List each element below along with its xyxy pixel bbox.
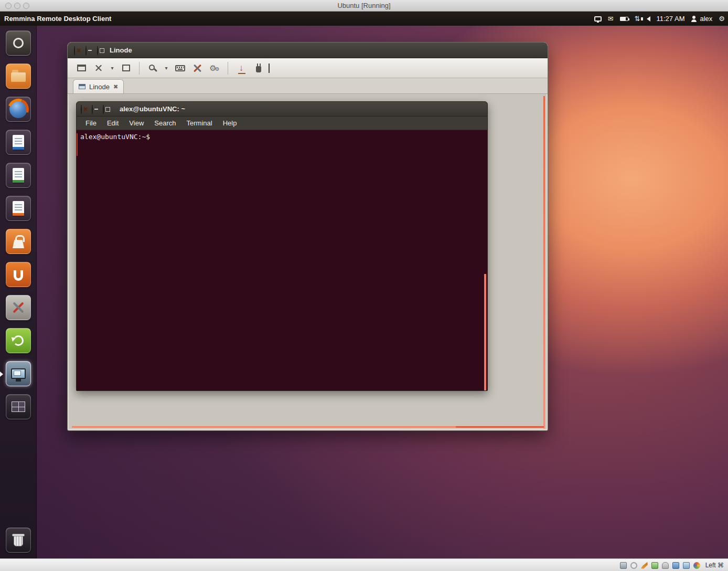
remmina-close-button[interactable] bbox=[74, 46, 75, 56]
artifact-line-terminal-left bbox=[77, 133, 78, 156]
workspace-switcher-icon bbox=[12, 401, 25, 412]
hdd-status-icon[interactable] bbox=[620, 562, 627, 569]
running-app-arrow-indicator bbox=[0, 372, 3, 377]
gears-icon: ⚙⚙ bbox=[209, 64, 219, 72]
remote-desktop-viewport[interactable]: alex@ubuntuVNC: ~ File Edit View Search … bbox=[69, 94, 547, 429]
scaled-mode-dropdown[interactable]: ▾ bbox=[109, 61, 116, 76]
launcher-item-ubuntu-one[interactable] bbox=[6, 262, 31, 287]
launcher-item-firefox[interactable] bbox=[6, 97, 31, 122]
artifact-line-remote-right bbox=[543, 96, 545, 429]
remmina-toolbar: ▾ ▾ ⚙⚙ ↓ bbox=[68, 58, 548, 78]
network-traffic-indicator-icon[interactable]: ⇅ bbox=[635, 15, 640, 23]
duplicate-connection-button[interactable] bbox=[119, 61, 133, 76]
remmina-minimize-button[interactable] bbox=[85, 46, 87, 56]
mail-indicator-icon[interactable]: ✉ bbox=[608, 15, 614, 23]
user-icon bbox=[691, 16, 697, 22]
terminal-titlebar[interactable]: alex@ubuntuVNC: ~ bbox=[77, 102, 487, 117]
system-settings-tools-icon bbox=[10, 300, 26, 315]
fullscreen-button[interactable] bbox=[74, 61, 89, 76]
terminal-menubar: File Edit View Search Terminal Help bbox=[77, 117, 487, 130]
launcher-item-libreoffice-impress[interactable] bbox=[6, 196, 31, 221]
launcher-item-software-center[interactable] bbox=[6, 229, 31, 254]
ubuntu-one-icon bbox=[14, 270, 23, 281]
disconnect-button[interactable] bbox=[251, 61, 266, 76]
menu-file[interactable]: File bbox=[81, 118, 101, 129]
launcher-item-dash-home[interactable] bbox=[6, 30, 31, 56]
launcher-item-system-settings[interactable] bbox=[6, 295, 31, 320]
artifact-line-remote-bottom-dark bbox=[456, 426, 544, 428]
launcher-item-libreoffice-writer[interactable] bbox=[6, 130, 31, 155]
keyboard-grab-button[interactable] bbox=[173, 61, 187, 76]
text-cursor bbox=[269, 64, 270, 73]
firefox-icon bbox=[9, 100, 27, 118]
toolbar-separator bbox=[228, 62, 228, 75]
tab-close-icon[interactable]: ✖ bbox=[113, 84, 118, 90]
trash-icon bbox=[14, 536, 23, 546]
menu-help[interactable]: Help bbox=[218, 118, 242, 129]
session-gear-indicator-icon[interactable]: ⚙ bbox=[719, 15, 725, 23]
chevron-down-icon: ▾ bbox=[111, 65, 113, 71]
menu-terminal[interactable]: Terminal bbox=[182, 118, 217, 129]
terminal-close-button[interactable] bbox=[81, 104, 82, 114]
fullscreen-icon bbox=[77, 65, 86, 71]
scale-icon bbox=[95, 64, 103, 72]
remmina-window: Linode ▾ ▾ ⚙⚙ ↓ Linode ✖ bbox=[67, 42, 548, 431]
terminal-prompt: alex@ubuntuVNC:~$ bbox=[80, 133, 150, 141]
menu-search[interactable]: Search bbox=[149, 118, 180, 129]
scaled-mode-button[interactable] bbox=[91, 61, 106, 76]
menu-edit[interactable]: Edit bbox=[102, 118, 123, 129]
panel-app-title: Remmina Remote Desktop Client bbox=[4, 12, 111, 26]
mouse-integration-status-icon[interactable] bbox=[693, 562, 700, 569]
terminal-minimize-button[interactable] bbox=[92, 104, 93, 114]
tab-label: Linode bbox=[89, 83, 110, 91]
menu-view[interactable]: View bbox=[124, 118, 148, 129]
plug-icon bbox=[256, 66, 261, 72]
tools-icon bbox=[192, 64, 202, 73]
launcher-item-workspace-switcher[interactable] bbox=[6, 394, 31, 419]
volume-indicator-icon[interactable] bbox=[647, 16, 650, 22]
preferences-button[interactable]: ⚙⚙ bbox=[207, 61, 222, 76]
software-center-bag-icon bbox=[13, 235, 24, 248]
launcher-item-remmina[interactable] bbox=[6, 361, 31, 386]
magnifier-icon bbox=[149, 65, 155, 70]
display-status-icon[interactable] bbox=[683, 562, 690, 569]
libreoffice-calc-icon bbox=[13, 168, 24, 183]
optical-status-icon[interactable] bbox=[630, 562, 637, 569]
remmina-titlebar[interactable]: Linode bbox=[68, 43, 548, 58]
connection-tab-icon bbox=[79, 84, 85, 89]
network-status-icon[interactable] bbox=[651, 562, 658, 569]
vbox-status-bar: Left ⌘ bbox=[0, 558, 728, 571]
terminal-output[interactable]: alex@ubuntuVNC:~$ bbox=[77, 130, 487, 390]
shared-folders-status-icon[interactable] bbox=[672, 562, 679, 569]
session-user-indicator[interactable]: alex bbox=[691, 15, 712, 23]
username-label: alex bbox=[700, 15, 712, 23]
artifact-line-terminal-right bbox=[484, 274, 486, 390]
remmina-monitor-icon bbox=[11, 368, 26, 379]
zoom-button[interactable] bbox=[145, 61, 160, 76]
launcher-item-software-updater[interactable] bbox=[6, 328, 31, 353]
tab-linode[interactable]: Linode ✖ bbox=[73, 79, 124, 93]
host-window-title: Ubuntu [Running] bbox=[0, 0, 728, 12]
usb-status-icon[interactable] bbox=[662, 562, 669, 569]
download-arrow-icon: ↓ bbox=[239, 64, 244, 72]
video-capture-status-icon[interactable] bbox=[641, 562, 648, 569]
tools-button[interactable] bbox=[190, 61, 205, 76]
screenshot-button[interactable]: ↓ bbox=[234, 61, 249, 76]
duplicate-icon bbox=[124, 67, 130, 71]
zoom-dropdown[interactable]: ▾ bbox=[163, 61, 170, 76]
artifact-line-remote-bottom bbox=[72, 426, 456, 428]
remmina-maximize-button[interactable] bbox=[97, 46, 98, 56]
launcher-item-trash[interactable] bbox=[6, 527, 31, 553]
battery-indicator-icon[interactable] bbox=[620, 17, 628, 21]
remote-desktop-indicator-icon[interactable] bbox=[594, 16, 602, 22]
libreoffice-impress-icon bbox=[13, 201, 24, 216]
launcher-item-home-folder[interactable] bbox=[6, 64, 31, 89]
terminal-maximize-button[interactable] bbox=[103, 104, 104, 114]
launcher-item-libreoffice-calc[interactable] bbox=[6, 163, 31, 188]
clock-indicator[interactable]: 11:27 AM bbox=[657, 15, 685, 23]
remmina-window-title: Linode bbox=[110, 43, 132, 58]
host-window-titlebar[interactable]: Ubuntu [Running] bbox=[0, 0, 728, 12]
libreoffice-writer-icon bbox=[13, 135, 24, 150]
remote-terminal-window: alex@ubuntuVNC: ~ File Edit View Search … bbox=[76, 101, 488, 391]
ubuntu-top-panel: Remmina Remote Desktop Client ✉ ⇅ 11:27 … bbox=[0, 12, 728, 26]
